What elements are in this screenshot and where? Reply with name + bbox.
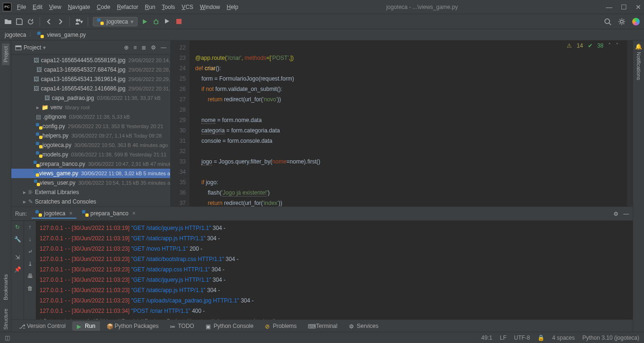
forward-icon[interactable] bbox=[56, 17, 65, 26]
run-icon[interactable] bbox=[140, 17, 149, 26]
menu-vcs[interactable]: VCS bbox=[182, 4, 193, 10]
save-all-icon[interactable] bbox=[15, 17, 24, 26]
maximize-button[interactable]: ☐ bbox=[621, 3, 627, 11]
run-console[interactable]: 127.0.0.1 - - [30/Jun/2022 11:03:19] "GE… bbox=[36, 221, 633, 319]
code-with-me-icon[interactable]: ▾ bbox=[74, 17, 83, 26]
tree-item[interactable]: jogoteca.py30/06/2022 10:50, 363 B 46 mi… bbox=[11, 140, 170, 150]
tree-item[interactable]: ▸📁 venvlibrary root bbox=[11, 103, 170, 112]
menu-navigate[interactable]: Navigate bbox=[68, 4, 90, 10]
soft-wrap-icon[interactable]: ⤶ bbox=[28, 248, 33, 255]
run-tab-jogoteca[interactable]: jogoteca× bbox=[32, 209, 76, 219]
bottom-tab-problems[interactable]: ⊘Problems bbox=[260, 321, 302, 331]
tree-item[interactable]: prepara_banco.py30/06/2022 10:47, 2,91 k… bbox=[11, 159, 170, 169]
up-stack-icon[interactable]: ↑ bbox=[29, 224, 32, 230]
tree-item[interactable]: 🖼 capa12-1656544455.0558195.jpg29/06/202… bbox=[11, 56, 170, 65]
debug-icon[interactable] bbox=[152, 17, 160, 26]
menu-view[interactable]: View bbox=[49, 4, 61, 10]
structure-tool-tab[interactable]: Structure bbox=[3, 307, 8, 332]
modify-run-icon[interactable]: 🔧 bbox=[14, 236, 21, 243]
line-number-gutter: 2223242526272829303132333435363738 bbox=[171, 41, 190, 206]
menu-help[interactable]: Help bbox=[227, 4, 239, 10]
tree-item[interactable]: helpers.py30/06/2022 09:27, 1,14 kB Toda… bbox=[11, 131, 170, 140]
run-config-selector[interactable]: jogoteca ▾ bbox=[93, 17, 138, 26]
tree-item[interactable]: views_user.py30/06/2022 10:54, 1,15 kB 3… bbox=[11, 178, 170, 188]
project-tool-window: Project ▾ ⊕ ≡ ≣ ⚙ — 🖼 capa12-1656544455.… bbox=[11, 41, 171, 206]
back-icon[interactable] bbox=[45, 17, 53, 26]
open-icon[interactable] bbox=[4, 17, 12, 26]
scroll-end-icon[interactable]: ⤓ bbox=[28, 261, 33, 267]
bottom-tab-python-packages[interactable]: 📦Python Packages bbox=[102, 321, 163, 331]
run-more-icon[interactable] bbox=[163, 17, 172, 26]
bottom-tab-todo[interactable]: ≔TODO bbox=[165, 321, 198, 331]
rerun-icon[interactable]: ↻ bbox=[15, 224, 20, 230]
line-separator[interactable]: LF bbox=[500, 335, 506, 341]
pin-icon[interactable]: 📌 bbox=[14, 266, 21, 273]
bookmarks-tool-tab[interactable]: Bookmarks bbox=[3, 272, 8, 302]
tree-item[interactable]: views_game.py30/06/2022 11:08, 3,02 kB 5… bbox=[11, 169, 170, 178]
menu-refactor[interactable]: Refactor bbox=[117, 4, 138, 10]
code-editor[interactable]: 2223242526272829303132333435363738 @app.… bbox=[171, 41, 633, 206]
breadcrumb-file[interactable]: views_game.py bbox=[47, 32, 86, 38]
panel-settings-icon[interactable]: ⚙ bbox=[151, 44, 156, 51]
readonly-toggle-icon[interactable]: 🔒 bbox=[537, 335, 545, 341]
menu-edit[interactable]: Edit bbox=[33, 4, 42, 10]
toolbox-icon[interactable] bbox=[632, 17, 640, 26]
minimize-button[interactable]: — bbox=[606, 3, 612, 11]
bottom-tab-version-control[interactable]: ⎇Version Control bbox=[14, 321, 70, 331]
reload-icon[interactable] bbox=[26, 17, 35, 26]
window-controls: — ☐ ✕ bbox=[606, 3, 641, 11]
inspection-widget[interactable]: ⚠14 ✔38 ˄ ˅ bbox=[567, 42, 619, 49]
python-interpreter[interactable]: Python 3.10 (jogoteca) bbox=[582, 335, 639, 341]
stop-icon[interactable] bbox=[174, 17, 183, 26]
bottom-tab-python-console[interactable]: ▣Python Console bbox=[201, 321, 258, 331]
svg-point-2 bbox=[154, 20, 158, 24]
file-encoding[interactable]: UTF-8 bbox=[514, 335, 530, 341]
notifications-tool-tab[interactable]: Notifications bbox=[636, 50, 642, 82]
hide-run-icon[interactable]: — bbox=[623, 211, 629, 217]
search-everywhere-icon[interactable] bbox=[603, 17, 612, 26]
run-settings-icon[interactable]: ⚙ bbox=[613, 211, 619, 217]
tree-item[interactable]: 🖼 capa_padrao.jpg03/06/2022 11:38, 33,37… bbox=[11, 93, 170, 103]
down-stack-icon[interactable]: ↓ bbox=[29, 236, 32, 243]
indent-settings[interactable]: 4 spaces bbox=[552, 335, 575, 341]
tree-item[interactable]: 🖼 capa13-1656545341.3619614.jpg29/06/202… bbox=[11, 74, 170, 84]
menu-window[interactable]: Window bbox=[200, 4, 220, 10]
tree-item[interactable]: config.py29/06/2022 20:13, 353 B Yesterd… bbox=[11, 122, 170, 131]
settings-icon[interactable] bbox=[618, 17, 626, 26]
exit-icon[interactable]: ⇲ bbox=[15, 254, 20, 261]
hide-panel-icon[interactable]: — bbox=[161, 44, 166, 51]
notifications-bell-icon[interactable]: 🔔 bbox=[635, 43, 642, 50]
select-opened-file-icon[interactable]: ⊕ bbox=[124, 44, 129, 51]
tree-item[interactable]: ▸⊪ External Libraries bbox=[11, 188, 170, 197]
tool-window-quick-access-icon[interactable]: ◫ bbox=[5, 335, 10, 341]
menu-run[interactable]: Run bbox=[145, 4, 155, 10]
tree-item[interactable]: ▸✎ Scratches and Consoles bbox=[11, 197, 170, 206]
prev-highlight-icon[interactable]: ˄ bbox=[608, 42, 611, 49]
next-highlight-icon[interactable]: ˅ bbox=[616, 42, 619, 49]
expand-all-icon[interactable]: ≡ bbox=[133, 44, 137, 51]
collapse-all-icon[interactable]: ≣ bbox=[141, 44, 146, 51]
print-icon[interactable]: 🖶 bbox=[27, 273, 33, 279]
caret-position[interactable]: 49:1 bbox=[481, 335, 492, 341]
tree-item[interactable]: models.py03/06/2022 11:38, 599 B Yesterd… bbox=[11, 150, 170, 159]
project-tool-tab[interactable]: Project bbox=[2, 43, 9, 65]
run-tab-prepara_banco[interactable]: prepara_banco× bbox=[78, 209, 140, 219]
tree-item[interactable]: 🖼 capa14-1656545462.1416686.jpg29/06/202… bbox=[11, 84, 170, 93]
close-tab-icon[interactable]: × bbox=[69, 210, 73, 217]
bottom-tab-run[interactable]: ▶Run bbox=[72, 321, 100, 331]
close-button[interactable]: ✕ bbox=[636, 3, 641, 11]
project-tree[interactable]: 🖼 capa12-1656544455.0558195.jpg29/06/202… bbox=[11, 55, 170, 206]
breadcrumb-root[interactable]: jogoteca bbox=[5, 32, 26, 38]
menu-tools[interactable]: Tools bbox=[162, 4, 175, 10]
clear-icon[interactable]: 🗑 bbox=[27, 285, 33, 292]
menu-code[interactable]: Code bbox=[97, 4, 110, 10]
tree-item[interactable]: 🖼 capa13-1656545327.684764.jpg29/06/2022… bbox=[11, 65, 170, 74]
menu-file[interactable]: File bbox=[17, 4, 26, 10]
tree-item[interactable]: ▤ .gitignore03/06/2022 11:38, 5,33 kB bbox=[11, 112, 170, 122]
close-tab-icon[interactable]: × bbox=[132, 210, 135, 217]
bottom-tab-services[interactable]: ⚙Services bbox=[344, 321, 383, 331]
window-title: jogoteca - ...\views_game.py bbox=[238, 4, 606, 10]
bottom-tab-terminal[interactable]: ⌨Terminal bbox=[303, 321, 342, 331]
project-view-selector[interactable]: Project ▾ bbox=[15, 44, 46, 51]
code-area[interactable]: @app.route('/criar', methods=['POST',])d… bbox=[190, 41, 627, 206]
